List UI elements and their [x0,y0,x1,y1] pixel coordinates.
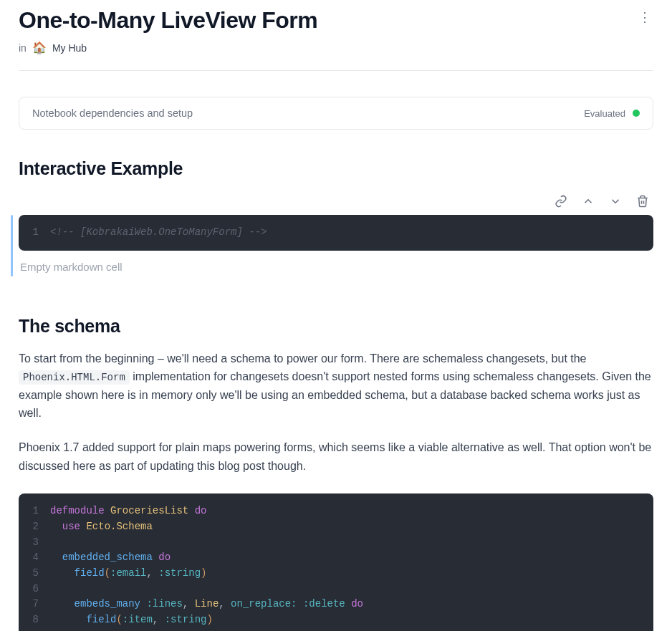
more-menu-icon[interactable]: ⋮ [636,7,653,24]
code-line: 3 [30,535,642,551]
code-editor-schema[interactable]: 1defmodule GroceriesList do2 use Ecto.Sc… [19,493,653,631]
code-content: use Ecto.Schema [50,519,153,535]
setup-cell[interactable]: Notebook dependencies and setup Evaluate… [19,97,653,130]
code-line: 7 embeds_many :lines, Line, on_replace: … [30,597,642,612]
schema-paragraph-2: Phoenix 1.7 added support for plain maps… [19,438,653,475]
line-number: 1 [30,504,50,519]
status-text: Evaluated [584,108,625,119]
section-heading-schema: The schema [19,316,653,337]
schema-paragraph-1: To start from the beginning – we'll need… [19,350,653,423]
code-line: 1defmodule GroceriesList do [30,504,642,519]
code-editor[interactable]: 1<!-- [KobrakaiWeb.OneToManyForm] --> [19,215,653,251]
setup-label: Notebook dependencies and setup [32,107,193,119]
code-content: embedded_schema do [50,550,171,566]
code-line: 2 use Ecto.Schema [30,519,642,535]
divider [19,70,653,71]
trash-icon[interactable] [636,195,649,208]
link-icon[interactable] [555,195,567,208]
hub-emoji-icon: 🏠 [32,41,47,54]
notebook-header: One-to-Many LiveView Form ⋮ [19,7,653,34]
line-number: 1 [30,225,50,241]
cell-toolbar [19,192,653,215]
section-heading-interactive: Interactive Example [19,158,653,179]
code-content: embeds_many :lines, Line, on_replace: :d… [50,597,363,612]
hub-name: My Hub [52,42,87,54]
code-line: 1<!-- [KobrakaiWeb.OneToManyForm] --> [30,225,642,241]
markdown-cell-active[interactable]: 1<!-- [KobrakaiWeb.OneToManyForm] --> [19,215,653,251]
line-number: 3 [30,535,50,551]
inline-code-phoenix: Phoenix.HTML.Form [19,370,130,385]
line-number: 2 [30,519,50,535]
hub-breadcrumb[interactable]: in 🏠 My Hub [19,41,653,54]
code-line: 6 [30,582,642,597]
code-line: 8 field(:item, :string) [30,612,642,628]
notebook-title: One-to-Many LiveView Form [19,7,317,34]
line-number: 7 [30,597,50,612]
in-label: in [19,42,27,54]
code-content: field(:email, :string) [50,566,206,582]
line-number: 4 [30,550,50,566]
active-indicator [11,215,13,276]
line-number: 5 [30,566,50,582]
chevron-up-icon[interactable] [582,195,595,208]
code-content: <!-- [KobrakaiWeb.OneToManyForm] --> [50,225,267,241]
code-content: field(:item, :string) [50,612,213,628]
setup-status: Evaluated [584,108,640,119]
chevron-down-icon[interactable] [609,195,622,208]
code-line: 4 embedded_schema do [30,550,642,566]
line-number: 6 [30,582,50,597]
code-line: 5 field(:email, :string) [30,566,642,582]
code-content: defmodule GroceriesList do [50,504,206,519]
empty-markdown-placeholder[interactable]: Empty markdown cell [20,261,653,273]
status-dot-icon [633,110,640,117]
line-number: 8 [30,612,50,628]
